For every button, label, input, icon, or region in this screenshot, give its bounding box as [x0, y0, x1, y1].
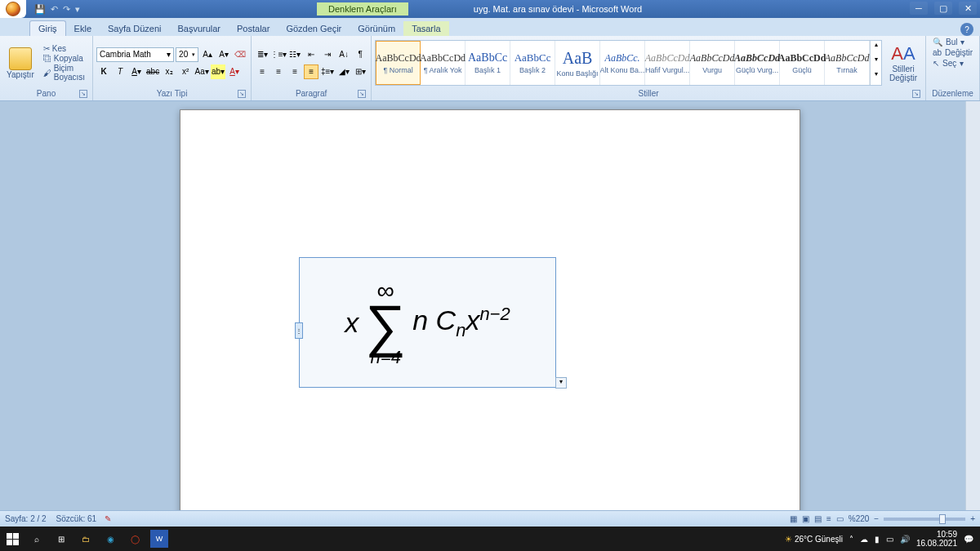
weather-widget[interactable]: ☀ 26°C Güneşli: [785, 535, 843, 544]
font-name-combo[interactable]: Cambria Math▾: [96, 47, 174, 62]
zoom-in-button[interactable]: +: [970, 514, 975, 523]
taskbar-clock[interactable]: 10:59 16.08.2021: [916, 530, 957, 548]
equation-handle[interactable]: ⋮: [295, 322, 303, 339]
proofing-icon[interactable]: ✎: [105, 514, 111, 523]
tab-giris[interactable]: Giriş: [29, 20, 66, 36]
align-center-button[interactable]: ≡: [271, 64, 286, 79]
numbering-button[interactable]: ⋮≡▾: [271, 47, 286, 62]
style-alt-konu[interactable]: AaBbCc.Alt Konu Ba...: [600, 41, 645, 85]
line-spacing-button[interactable]: ‡≡▾: [320, 64, 335, 79]
style-baslik2[interactable]: AaBbCcBaşlık 2: [510, 41, 555, 85]
taskbar-search-icon[interactable]: ⌕: [24, 527, 49, 551]
underline-button[interactable]: A▾: [129, 64, 144, 79]
cut-button[interactable]: ✂Kes: [43, 44, 89, 53]
clear-format-button[interactable]: ⌫: [233, 47, 247, 62]
tab-postalar[interactable]: Postalar: [229, 21, 278, 36]
equation-options-button[interactable]: ▾: [555, 377, 567, 389]
font-size-combo[interactable]: 20▾: [176, 47, 198, 62]
status-page[interactable]: Sayfa: 2 / 2: [5, 514, 47, 523]
format-painter-button[interactable]: 🖌Biçim Boyacısı: [43, 64, 89, 82]
status-words[interactable]: Sözcük: 61: [56, 514, 96, 523]
align-left-button[interactable]: ≡: [255, 64, 270, 79]
styles-row-down[interactable]: ▾: [871, 56, 881, 70]
file-explorer-icon[interactable]: 🗀: [74, 527, 98, 551]
indent-inc-button[interactable]: ⇥: [320, 47, 335, 62]
equation-box[interactable]: ⋮ x ∞ ∑ n=4 n Cnxn−2 ▾: [299, 257, 556, 388]
close-button[interactable]: ✕: [959, 2, 977, 15]
multilevel-button[interactable]: ☷▾: [287, 47, 302, 62]
style-baslik1[interactable]: AaBbCcBaşlık 1: [466, 41, 510, 85]
view-outline-icon[interactable]: ≡: [826, 514, 831, 523]
style-guclu[interactable]: AaBbCcDdGüçlü: [780, 41, 825, 85]
vertical-scrollbar[interactable]: [965, 101, 980, 527]
tab-basvurular[interactable]: Başvurular: [169, 21, 229, 36]
pano-dialog-launcher[interactable]: ↘: [79, 90, 87, 98]
tray-battery-icon[interactable]: ▮: [875, 535, 880, 544]
tab-sayfa-duzeni[interactable]: Sayfa Düzeni: [100, 21, 169, 36]
style-aralik-yok[interactable]: AaBbCcDd¶ Aralık Yok: [421, 41, 466, 85]
tray-chevron-icon[interactable]: ˄: [849, 535, 853, 544]
align-right-button[interactable]: ≡: [287, 64, 302, 79]
style-tirnak[interactable]: AaBbCcDdTırnak: [825, 41, 870, 85]
notifications-icon[interactable]: 💬: [964, 535, 973, 544]
superscript-button[interactable]: x²: [178, 64, 193, 79]
grow-font-button[interactable]: A▴: [200, 47, 215, 62]
paste-button[interactable]: Yapıştır: [7, 70, 34, 79]
tray-volume-icon[interactable]: 🔊: [900, 535, 910, 544]
maximize-button[interactable]: ▢: [934, 2, 952, 15]
tray-network-icon[interactable]: ▭: [886, 535, 893, 544]
start-button[interactable]: [0, 527, 24, 551]
word-icon[interactable]: W: [150, 530, 168, 548]
shrink-font-button[interactable]: A▾: [216, 47, 231, 62]
tab-ekle[interactable]: Ekle: [66, 21, 100, 36]
undo-icon[interactable]: ↶: [51, 4, 58, 15]
redo-icon[interactable]: ↷: [63, 4, 70, 15]
select-button[interactable]: ↖Seç ▾: [933, 59, 973, 68]
change-case-button[interactable]: Aa▾: [194, 64, 209, 79]
styles-dialog-launcher[interactable]: ↘: [912, 90, 920, 98]
tab-gozden-gecir[interactable]: Gözden Geçir: [278, 21, 350, 36]
view-print-layout-icon[interactable]: ▦: [790, 514, 797, 523]
copy-button[interactable]: ⿻Kopyala: [43, 54, 89, 63]
tab-gorunum[interactable]: Görünüm: [350, 21, 403, 36]
qat-more-icon[interactable]: ▾: [75, 4, 80, 15]
view-fullscreen-icon[interactable]: ▣: [802, 514, 809, 523]
shading-button[interactable]: ◢▾: [336, 64, 351, 79]
zoom-out-button[interactable]: −: [874, 514, 879, 523]
bold-button[interactable]: K: [96, 64, 111, 79]
styles-more[interactable]: ▾: [871, 70, 881, 85]
highlight-button[interactable]: ab▾: [211, 64, 225, 79]
paste-icon[interactable]: [9, 47, 32, 70]
borders-button[interactable]: ⊞▾: [353, 64, 368, 79]
help-icon[interactable]: ?: [960, 23, 973, 36]
sort-button[interactable]: A↓: [336, 47, 351, 62]
equation-content[interactable]: x ∞ ∑ n=4 n Cnxn−2: [300, 258, 555, 387]
show-marks-button[interactable]: ¶: [353, 47, 368, 62]
strike-button[interactable]: abc: [145, 64, 160, 79]
document-page[interactable]: ⋮ x ∞ ∑ n=4 n Cnxn−2 ▾: [180, 109, 800, 527]
office-button[interactable]: [0, 0, 26, 18]
replace-button[interactable]: abDeğiştir: [933, 48, 973, 57]
app-icon-1[interactable]: ◯: [122, 527, 147, 551]
style-konu-basligi[interactable]: AaBKonu Başlığı: [555, 41, 600, 85]
tray-onedrive-icon[interactable]: ☁: [860, 535, 868, 544]
italic-button[interactable]: T: [113, 64, 127, 79]
styles-row-up[interactable]: ▴: [871, 41, 881, 56]
change-styles-button[interactable]: AA Stilleri Değiştir: [884, 43, 922, 82]
style-vurgu[interactable]: AaBbCcDdVurgu: [690, 41, 735, 85]
indent-dec-button[interactable]: ⇤: [304, 47, 318, 62]
view-draft-icon[interactable]: ▭: [836, 514, 844, 523]
style-hafif-vurgu[interactable]: AaBbCcDdHafif Vurgul...: [645, 41, 690, 85]
subscript-button[interactable]: x₂: [162, 64, 176, 79]
font-dialog-launcher[interactable]: ↘: [238, 90, 246, 98]
save-icon[interactable]: 💾: [34, 4, 46, 15]
task-view-icon[interactable]: ⊞: [49, 527, 74, 551]
minimize-button[interactable]: ─: [910, 2, 928, 15]
zoom-slider[interactable]: [884, 518, 965, 521]
paragraph-dialog-launcher[interactable]: ↘: [358, 90, 366, 98]
view-web-icon[interactable]: ▤: [814, 514, 822, 523]
tab-tasarla[interactable]: Tasarla: [403, 21, 448, 36]
justify-button[interactable]: ≡: [304, 64, 318, 79]
style-normal[interactable]: AaBbCcDd¶ Normal: [376, 41, 421, 85]
style-guclu-vurgu[interactable]: AaBbCcDdGüçlü Vurg...: [735, 41, 780, 85]
